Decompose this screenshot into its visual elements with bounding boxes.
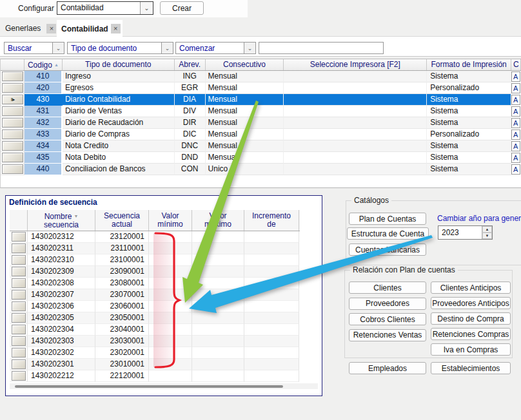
relacion-button[interactable]: Destino de Compra [431, 312, 511, 325]
table-row[interactable]: ‖▸ 430 Diario Contabilidad DIA Mensual S… [1, 94, 521, 106]
spin-down-icon[interactable]: ▼ [482, 233, 492, 239]
tab-contabilidad[interactable]: Contabilidad × [57, 20, 123, 37]
chevron-down-icon[interactable]: ⌄ [140, 2, 153, 14]
row-selector[interactable] [10, 231, 28, 243]
relacion-button[interactable]: Iva en Compras [431, 343, 511, 356]
header-incremento-de[interactable]: Incrementode [244, 210, 299, 231]
c-cell[interactable]: A [511, 94, 521, 106]
year-spinner[interactable]: 2023 ▲ ▼ [438, 225, 493, 240]
row-selector[interactable]: ‖▸ [1, 117, 25, 129]
row-selector[interactable]: ‖▸ [1, 71, 25, 82]
row-selector[interactable]: ‖▸ [1, 129, 25, 140]
header-seleccione-impresora[interactable]: Seleccione Impresora [F2] [284, 59, 427, 70]
horizontal-scrollbar[interactable] [10, 383, 318, 389]
estructura-de-cuenta-button[interactable]: Estructura de Cuenta [347, 227, 429, 240]
table-row[interactable]: ‖▸ 434 Nota Credito DNC Mensual Sistema … [1, 140, 521, 152]
sequence-row[interactable]: 1430202303 23030001 [10, 336, 300, 347]
row-selector[interactable]: ‖▸ [1, 164, 25, 175]
relacion-button[interactable]: Proveedores [349, 298, 426, 310]
table-row[interactable]: ‖▸ 433 Diario de Compras DIC Mensual Per… [1, 129, 521, 140]
table-row[interactable]: ‖▸ 440 Conciliacion de Bancos CON Unico … [1, 164, 521, 175]
c-cell[interactable]: A [511, 140, 521, 152]
row-selector[interactable] [10, 266, 28, 278]
header-valor-minimo[interactable]: Valormínimo [149, 210, 192, 231]
row-selector[interactable] [10, 347, 28, 359]
plan-de-cuentas-button[interactable]: Plan de Cuentas [349, 213, 426, 225]
c-cell[interactable]: A [511, 164, 521, 175]
nombre-secuencia-cell: 1430202307 [28, 289, 95, 301]
header-c[interactable]: C [511, 59, 521, 70]
row-selector[interactable] [10, 254, 28, 266]
relacion-button[interactable]: Clientes [349, 282, 426, 294]
row-selector[interactable] [10, 278, 28, 289]
header-consecutivo[interactable]: Consecutivo [206, 59, 284, 70]
close-icon[interactable]: × [46, 24, 56, 33]
chevron-down-icon[interactable]: ⌄ [244, 43, 255, 53]
header-abrev[interactable]: Abrev. [175, 59, 206, 70]
table-row[interactable]: ‖▸ 410 Ingreso ING Mensual Sistema A [1, 71, 521, 82]
relacion-button[interactable]: Clientes Anticipos [431, 282, 511, 294]
row-selector[interactable] [10, 370, 28, 382]
establecimientos-button[interactable]: Establecimientos [431, 362, 511, 374]
table-row[interactable]: ‖▸ 432 Diario de Recaudación DIR Mensual… [1, 117, 521, 129]
c-cell[interactable]: A [511, 117, 521, 129]
close-icon[interactable]: × [111, 24, 121, 33]
sequence-row[interactable]: 1430202304 23040001 [10, 324, 300, 336]
codigo-cell: 410 [25, 71, 63, 82]
header-valor-maximo[interactable]: Valormáximo [192, 210, 244, 231]
c-cell[interactable]: A [511, 71, 521, 82]
sequence-row[interactable]: 1430202302 23020001 [10, 347, 300, 359]
sequence-row[interactable]: 1430202306 23060001 [10, 301, 300, 312]
row-selector[interactable] [10, 312, 28, 324]
comenzar-select[interactable]: Comenzar ⌄ [175, 42, 256, 54]
header-codigo[interactable]: Codigo▲ [25, 59, 63, 70]
row-selector[interactable] [10, 359, 28, 370]
row-selector[interactable]: ‖▸ [1, 152, 25, 164]
row-selector[interactable] [10, 243, 28, 254]
cuentas-bancarias-button[interactable]: Cuentas bancarias [349, 243, 426, 256]
row-selector[interactable]: ‖▸ [1, 82, 25, 94]
sequence-row[interactable]: 1430202308 23080001 [10, 278, 300, 289]
spin-up-icon[interactable]: ▲ [482, 226, 492, 233]
header-tipo-documento[interactable]: Tipo de documento [63, 59, 175, 70]
relacion-button[interactable]: Retenciones Ventas [349, 329, 426, 341]
header-nombre-secuencia[interactable]: Nombre▼ secuencia [28, 210, 95, 231]
row-selector[interactable] [10, 289, 28, 301]
header-secuencia-actual[interactable]: Secuenciaactual [95, 210, 149, 231]
c-cell[interactable]: A [511, 129, 521, 140]
sequence-row[interactable]: 1430202307 23070001 [10, 289, 300, 301]
row-selector[interactable] [10, 301, 28, 312]
table-row[interactable]: ‖▸ 420 Egresos EGR Mensual Personalizado… [1, 82, 521, 94]
row-selector[interactable]: ‖▸ [1, 106, 25, 117]
sequence-row[interactable]: 1430202311 23110001 [10, 243, 300, 254]
crear-button[interactable]: Crear [160, 1, 204, 15]
c-cell[interactable]: A [511, 82, 521, 94]
table-row[interactable]: ‖▸ 431 Diario de Ventas DIV Mensual Sist… [1, 106, 521, 117]
row-selector[interactable]: ‖▸ [1, 140, 25, 152]
sequence-row[interactable]: 1430202301 23010001 [10, 359, 300, 370]
sequence-row[interactable]: 1430202305 23050001 [10, 312, 300, 324]
sequence-row[interactable]: 1430202212 22120001 [10, 370, 300, 382]
scrollbar-thumb[interactable] [15, 385, 283, 388]
header-formato-impresion[interactable]: Formato de Impresión [427, 59, 511, 70]
row-selector[interactable] [10, 336, 28, 347]
tab-generales[interactable]: Generlaes × [0, 20, 57, 37]
chevron-down-icon[interactable]: ⌄ [52, 43, 64, 53]
relacion-button[interactable]: Proveedores Anticipos [431, 297, 511, 309]
relacion-button[interactable]: Retenciones Compras [431, 328, 511, 340]
table-row[interactable]: ‖▸ 435 Nota Debito DND Mensual Sistema A [1, 152, 521, 164]
row-selector[interactable]: ‖▸ [1, 94, 25, 106]
relacion-button[interactable]: Cobros Clientes [349, 313, 426, 325]
tipo-documento-select[interactable]: Tipo de documento ⌄ [67, 42, 173, 54]
sequence-row[interactable]: 1430202310 23100001 [10, 254, 300, 266]
buscar-select[interactable]: Buscar ⌄ [4, 42, 64, 54]
c-cell[interactable]: A [511, 152, 521, 164]
search-input[interactable] [259, 42, 384, 54]
row-selector[interactable] [10, 324, 28, 336]
empleados-button[interactable]: Empleados [349, 362, 426, 374]
sequence-row[interactable]: 1430202312 23120001 [10, 231, 300, 243]
chevron-down-icon[interactable]: ⌄ [161, 43, 173, 53]
sequence-row[interactable]: 1430202309 23090001 [10, 266, 300, 278]
c-cell[interactable]: A [511, 106, 521, 117]
configurar-select[interactable]: Contabilidad ⌄ [57, 1, 153, 15]
